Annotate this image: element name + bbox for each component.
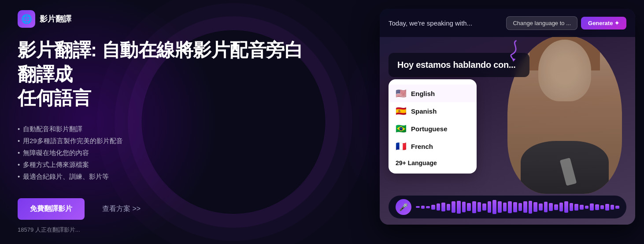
cta-area: 免費翻譯影片 查看方案 >> bbox=[18, 198, 317, 220]
video-top-bar: Today, we're speaking with... Change lan… bbox=[380, 9, 635, 37]
change-language-button[interactable]: Change language to ... bbox=[506, 16, 577, 30]
waveform-bar bbox=[600, 205, 604, 209]
brand-name: 影片翻譯 bbox=[40, 14, 71, 24]
free-translate-button[interactable]: 免費翻譯影片 bbox=[18, 198, 85, 220]
waveform-bar bbox=[570, 203, 574, 211]
waveform-bar bbox=[559, 203, 563, 211]
feature-list: 自動配音和影片翻譯 用29多種語言製作完美的影片配音 無障礙在地化您的內容 多種… bbox=[18, 123, 317, 182]
language-count: 29+ Language bbox=[389, 155, 477, 168]
waveform-bar bbox=[441, 203, 445, 211]
waveform-bar bbox=[549, 203, 553, 211]
waveform-bar bbox=[492, 200, 496, 214]
waveform-bar bbox=[533, 202, 537, 212]
main-headline: 影片翻譯: 自動在線將影片配音旁白翻譯成 任何語言 bbox=[18, 38, 317, 111]
feature-item: 最適合紀錄片、訓練、影片等 bbox=[18, 170, 317, 182]
french-flag-icon: 🇫🇷 bbox=[396, 142, 407, 151]
waveform-bar bbox=[605, 204, 609, 211]
waveform-bar bbox=[498, 201, 502, 213]
waveform-bar bbox=[488, 201, 492, 213]
waveform-bar bbox=[472, 201, 476, 213]
waveform-bar bbox=[615, 206, 619, 209]
waveform-bar bbox=[431, 205, 435, 210]
waveform-bar bbox=[447, 204, 451, 211]
waveform-bar bbox=[523, 201, 527, 213]
waveform-bar bbox=[416, 206, 420, 208]
waveform-bar bbox=[585, 206, 589, 209]
spanish-flag-icon: 🇪🇸 bbox=[396, 107, 407, 115]
left-content: 🌐 影片翻譯 影片翻譯: 自動在線將影片配音旁白翻譯成 任何語言 自動配音和影片… bbox=[18, 0, 317, 244]
feature-item: 無障礙在地化您的內容 bbox=[18, 147, 317, 159]
waveform-bar bbox=[477, 202, 481, 212]
waveform-bar bbox=[544, 202, 548, 212]
right-content: Today, we're speaking with... Change lan… bbox=[344, 9, 635, 235]
waveform-bar bbox=[513, 202, 517, 212]
waveform-bar bbox=[595, 204, 599, 210]
feature-item: 自動配音和影片翻譯 bbox=[18, 123, 317, 135]
generate-button[interactable]: Generate ✦ bbox=[581, 17, 626, 30]
language-option-english[interactable]: 🇺🇸 English bbox=[389, 85, 477, 102]
english-label: English bbox=[411, 90, 435, 97]
waveform-bar bbox=[590, 203, 594, 211]
waveform-bar bbox=[462, 202, 466, 212]
feature-item: 用29多種語言製作完美的影片配音 bbox=[18, 135, 317, 147]
waveform-bar bbox=[421, 206, 425, 209]
waveform-bar bbox=[554, 204, 558, 210]
brand-area: 🌐 影片翻譯 bbox=[18, 10, 317, 28]
globe-icon: 🌐 bbox=[21, 14, 32, 24]
portuguese-label: Portuguese bbox=[411, 125, 448, 133]
waveform bbox=[416, 199, 619, 215]
waveform-bar bbox=[518, 203, 522, 211]
waveform-bar bbox=[482, 203, 486, 211]
view-plans-button[interactable]: 查看方案 >> bbox=[102, 204, 141, 214]
waveform-bar bbox=[457, 201, 461, 214]
feature-item: 多種方式上傳來源檔案 bbox=[18, 159, 317, 170]
waveform-bar bbox=[503, 203, 507, 211]
waveform-bar bbox=[611, 205, 614, 210]
user-count-text: 18579 人正在翻譯影片... bbox=[18, 226, 317, 234]
portuguese-flag-icon: 🇧🇷 bbox=[396, 124, 407, 133]
waveform-bar bbox=[452, 201, 455, 213]
waveform-bar bbox=[467, 203, 471, 211]
waveform-bar bbox=[508, 201, 512, 213]
french-label: French bbox=[411, 143, 433, 150]
language-option-french[interactable]: 🇫🇷 French bbox=[389, 137, 477, 155]
video-top-bar-text: Today, we're speaking with... bbox=[389, 19, 472, 27]
person-face bbox=[538, 40, 591, 101]
spanish-overlay-text: Hoy estamos hablando con... bbox=[397, 60, 521, 70]
waveform-bar bbox=[437, 203, 440, 211]
waveform-bar bbox=[539, 203, 543, 211]
brand-icon: 🌐 bbox=[18, 10, 35, 28]
top-bar-actions: Change language to ... Generate ✦ bbox=[506, 16, 626, 30]
spanish-label: Spanish bbox=[411, 107, 437, 115]
video-card: Today, we're speaking with... Change lan… bbox=[380, 9, 635, 225]
english-flag-icon: 🇺🇸 bbox=[396, 89, 407, 98]
waveform-bar bbox=[564, 201, 568, 213]
mic-button[interactable]: 🎤 bbox=[396, 199, 411, 215]
waveform-bar bbox=[426, 206, 430, 208]
waveform-bar bbox=[529, 201, 533, 214]
language-dropdown: 🇺🇸 English 🇪🇸 Spanish 🇧🇷 Portuguese 🇫🇷 F… bbox=[389, 79, 477, 174]
waveform-bar bbox=[580, 205, 584, 210]
waveform-bar bbox=[574, 204, 578, 211]
language-option-spanish[interactable]: 🇪🇸 Spanish bbox=[389, 102, 477, 120]
language-option-portuguese[interactable]: 🇧🇷 Portuguese bbox=[389, 120, 477, 137]
audio-waveform-bar: 🎤 bbox=[389, 196, 626, 218]
